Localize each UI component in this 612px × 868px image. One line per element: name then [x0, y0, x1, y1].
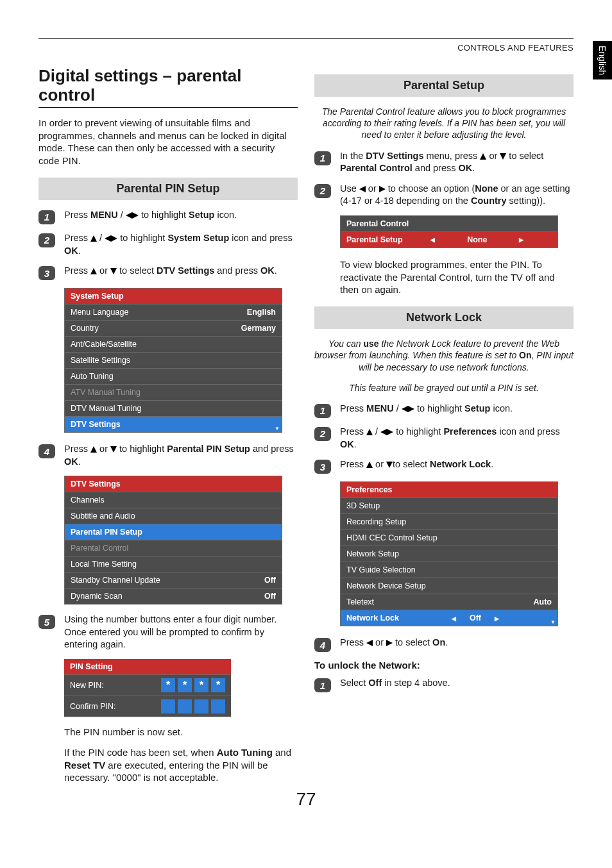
t: Off: [368, 678, 382, 688]
parental-setup-intro: The Parental Control feature allows you …: [314, 106, 574, 141]
t: Country: [471, 196, 507, 206]
pin-cell: [211, 699, 225, 714]
t: setting)).: [507, 196, 545, 206]
pin-cell: *: [161, 678, 175, 692]
t: or: [366, 183, 379, 194]
t: .: [491, 459, 493, 469]
t: .: [78, 456, 81, 467]
page-number: 77: [0, 789, 612, 810]
svg-marker-7: [90, 446, 97, 453]
right-arrow-icon: [379, 186, 386, 192]
step-text: Press / to highlight System Setup icon a…: [64, 232, 298, 257]
t: to highlight: [139, 210, 189, 220]
t: icon and press: [497, 426, 559, 437]
svg-marker-19: [386, 462, 393, 468]
t: or: [97, 444, 110, 454]
pin-note: If the PIN code has been set, when Auto …: [64, 746, 298, 784]
pin-cell: [194, 699, 208, 714]
row-value: Auto: [534, 597, 552, 606]
row-label: Parental Setup: [346, 235, 403, 244]
nl-step-2: 2 Press / to highlight Preferences icon …: [314, 426, 574, 451]
right-column: Parental Setup The Parental Control feat…: [314, 67, 574, 794]
menu-row: Satellite Settings: [65, 352, 282, 368]
up-arrow-icon: [90, 268, 97, 274]
right-arrow-icon: [386, 640, 393, 646]
t: Use: [340, 183, 359, 194]
t: /: [97, 233, 105, 243]
t: Preferences: [443, 426, 497, 437]
t: and press: [412, 163, 459, 173]
network-lock-gray: This feature will be grayed out until a …: [314, 382, 574, 394]
t: On: [519, 350, 531, 360]
row-label: Parental Control: [71, 544, 128, 553]
t: /: [118, 210, 126, 220]
row-value: Germany: [241, 324, 276, 333]
left-step-4: 4 Press or to highlight Parental PIN Set…: [38, 443, 298, 468]
t: On: [432, 637, 445, 647]
left-arrow-icon: [359, 186, 366, 192]
menu-title: Parental Control: [341, 216, 557, 231]
pin-new-label: New PIN:: [70, 681, 104, 690]
t: OK: [340, 439, 354, 449]
subheading-network-lock: Network Lock: [314, 306, 574, 329]
menu-row: CountryGermany: [65, 320, 282, 336]
left-arrow-icon: [126, 212, 132, 219]
t: to choose an option (: [386, 183, 475, 194]
menu-row: Menu LanguageEnglish: [65, 304, 282, 320]
left-arrow-icon: [366, 640, 373, 646]
t: MENU: [366, 403, 394, 413]
row-label: DTV Manual Tuning: [71, 404, 141, 413]
t: to highlight: [117, 233, 167, 243]
t: or: [373, 459, 386, 469]
right-arrow-icon: [132, 212, 139, 219]
row-label: Channels: [71, 496, 105, 505]
t: .: [275, 265, 277, 276]
row-value: None: [467, 235, 487, 244]
menu-row: Standby Channel UpdateOff: [65, 572, 282, 588]
t: Press: [340, 459, 366, 469]
t: If the PIN code has been set, when: [64, 747, 217, 758]
header-text: CONTROLS AND FEATURES: [38, 43, 574, 53]
row-value: ◀ Off ▶: [399, 613, 552, 622]
menu-row: Network Device Setup: [341, 578, 557, 594]
svg-marker-11: [359, 186, 366, 192]
menu-row: Network Lock◀ Off ▶▼: [341, 610, 557, 626]
t: to highlight: [117, 444, 167, 454]
t: to select: [506, 151, 543, 161]
pin-setting-box: PIN Setting New PIN: * * * * Confirm PIN…: [64, 659, 231, 717]
network-lock-intro: You can use the Network Lock feature to …: [314, 338, 574, 373]
menu-row: Parental Control: [65, 540, 282, 556]
system-setup-menu: System Setup Menu LanguageEnglishCountry…: [64, 288, 282, 433]
t: to highlight: [393, 426, 443, 437]
t: .: [78, 246, 81, 256]
right-arrow-icon: [408, 406, 414, 412]
step-number-icon: 1: [38, 210, 55, 224]
up-arrow-icon: [90, 235, 97, 242]
t: icon.: [490, 403, 513, 413]
t: Press: [64, 233, 90, 243]
menu-title: Preferences: [341, 482, 557, 497]
t: Press: [64, 444, 90, 454]
pin-new-row: New PIN: * * * *: [64, 674, 231, 696]
row-label: Teletext: [346, 597, 374, 606]
parental-control-menu: Parental Control Parental Setup ◀ None ▶: [340, 215, 558, 248]
t: None: [475, 183, 498, 194]
svg-marker-1: [132, 212, 139, 219]
left-arrow-icon: [105, 235, 111, 242]
menu-row: Ant/Cable/Satellite: [65, 336, 282, 352]
menu-row: 3D Setup: [341, 497, 557, 513]
svg-marker-20: [366, 640, 373, 646]
step-text: Press or to highlight Parental PIN Setup…: [64, 443, 298, 468]
row-value: Off: [264, 592, 276, 601]
page-root: CONTROLS AND FEATURES English Digital se…: [0, 0, 612, 820]
svg-marker-13: [402, 406, 408, 412]
menu-row: DTV Manual Tuning: [65, 400, 282, 416]
t: .: [472, 163, 475, 173]
pin-cell: *: [211, 678, 225, 692]
t: use: [363, 338, 378, 349]
t: OK: [64, 456, 78, 467]
t: Press: [64, 210, 90, 220]
left-column: Digital settings – parental control In o…: [38, 67, 298, 794]
menu-row: Local Time Setting: [65, 556, 282, 572]
left-step-3: 3 Press or to select DTV Settings and pr…: [38, 265, 298, 280]
